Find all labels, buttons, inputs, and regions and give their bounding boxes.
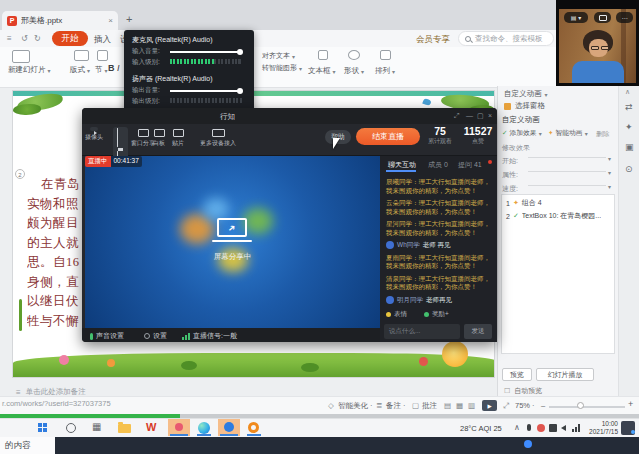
more-button[interactable]: ⋯ — [616, 12, 633, 23]
align-text-button[interactable]: 对齐文本▾ — [262, 51, 295, 61]
smart-graphic-button[interactable]: 转智能图形▾ — [262, 63, 302, 73]
tray-app-dark-icon[interactable] — [549, 424, 557, 432]
zoom-out-icon[interactable]: – — [541, 401, 545, 410]
notes-toggle-button[interactable]: 备注 · — [386, 401, 406, 411]
select-pane-button[interactable]: 选择窗格 — [504, 101, 545, 111]
animation-list-item[interactable]: 2 ✓ TextBox 10: 在青岛樱园... — [502, 208, 614, 221]
delete-button[interactable]: 删除 — [596, 129, 610, 139]
view-reading-icon[interactable]: ▥ — [468, 401, 475, 410]
italic-button[interactable]: I — [117, 63, 120, 73]
sound-settings-button[interactable]: 声音设置 — [90, 331, 124, 341]
settings-button[interactable]: 设置 — [144, 331, 167, 341]
slideshow-play-button[interactable]: ▶ — [482, 400, 497, 411]
volume-icon[interactable] — [561, 425, 566, 431]
animation-list[interactable]: 1 ✦ 组合 4 2 ✓ TextBox 10: 在青岛樱园... — [501, 194, 615, 354]
emoji-button[interactable]: 表情 — [386, 310, 407, 319]
tab-members[interactable]: 成员 0 — [428, 160, 448, 170]
window-share-button[interactable]: 窗口分享 — [131, 129, 155, 148]
bold-button[interactable]: B — [108, 63, 115, 73]
file-explorer-icon[interactable] — [118, 424, 131, 433]
stream-app-icon[interactable] — [224, 422, 234, 432]
tab-member[interactable]: 会员专享 — [416, 34, 450, 46]
chat-message-list[interactable]: 晨曦同学：理工大行知直播间老师，我来围观你的精彩，为你点赞！ 云朵同学：理工大行… — [380, 174, 497, 306]
more-devices-button[interactable]: 更多设备接入 — [200, 129, 236, 148]
switch-icon[interactable]: ⇄ — [625, 102, 633, 112]
dialog-titlebar[interactable] — [82, 108, 497, 124]
edge-browser-icon[interactable] — [198, 422, 210, 434]
player-button[interactable] — [524, 440, 532, 448]
popout-icon[interactable]: ⤢ — [454, 112, 460, 120]
start-button[interactable] — [38, 423, 47, 432]
field-property-dropdown[interactable] — [528, 162, 606, 172]
close-icon[interactable]: × — [488, 112, 492, 119]
zoom-in-icon[interactable]: + — [628, 399, 633, 409]
menu-icon[interactable]: ≡ — [7, 34, 12, 43]
slideshow-play-button-pane[interactable]: 幻灯片播放 — [536, 368, 594, 381]
send-button[interactable]: 发送 — [464, 324, 492, 339]
tray-expand-icon[interactable]: ∧ — [514, 423, 520, 432]
taskbar-clock[interactable]: 10:00 2021/7/15 — [584, 420, 618, 436]
preview-button[interactable]: 预览 — [502, 368, 532, 381]
effects-icon[interactable]: ✦ — [625, 122, 633, 132]
task-view-icon[interactable]: ▦ — [92, 421, 101, 432]
document-tab[interactable]: P 邢美格.pptx × — [2, 11, 118, 30]
chat-input[interactable]: 说点什么... — [384, 324, 460, 339]
tab-home[interactable]: 开始 — [52, 31, 88, 46]
tab-questions[interactable]: 提问 41 — [458, 160, 482, 170]
command-search-box[interactable]: 查找命令、搜索模板 — [458, 31, 554, 46]
fit-icon[interactable]: ⤢ — [503, 401, 509, 411]
cast-button[interactable] — [594, 12, 611, 23]
view-sorter-icon[interactable]: ▦ — [456, 401, 463, 410]
field-start-dropdown[interactable] — [528, 148, 606, 158]
media-clip-button[interactable]: 贴片 — [172, 129, 184, 148]
undo-icon[interactable]: ↺ — [21, 34, 28, 43]
speaker-volume-slider[interactable] — [170, 90, 242, 92]
smart-beautify-button[interactable]: 智能美化 · — [338, 401, 373, 411]
minimize-icon[interactable]: — — [466, 112, 473, 119]
cortana-icon[interactable] — [66, 423, 76, 433]
live-badge: 直播中00:41:37 — [85, 156, 380, 167]
camera-button[interactable]: 摄像头 — [85, 127, 103, 142]
shapes-button[interactable]: 形状▾ — [344, 66, 364, 76]
layout-button[interactable]: ▤▾ — [564, 12, 588, 23]
animation-list-item[interactable]: 1 ✦ 组合 4 — [502, 195, 614, 208]
whiteboard-button[interactable]: 白板 — [153, 129, 165, 148]
layers-icon[interactable]: ▣ — [625, 142, 634, 152]
tab-insert[interactable]: 插入 — [94, 34, 111, 46]
end-live-button[interactable]: 结束直播 — [356, 128, 420, 145]
add-effect-button[interactable]: ✓ 添加效果▾ — [502, 128, 542, 138]
text-box-button[interactable]: 文本框▾ — [308, 66, 336, 76]
zoom-slider[interactable] — [549, 406, 625, 408]
new-slide-button[interactable]: 新建幻灯片▾ — [8, 65, 51, 75]
browser-360-icon[interactable] — [248, 422, 259, 433]
mic-volume-slider[interactable] — [170, 51, 242, 53]
tray-mic-icon[interactable] — [527, 424, 531, 431]
redo-icon[interactable]: ↻ — [34, 34, 41, 43]
mic-volume-knob[interactable] — [237, 49, 243, 55]
pane-title-dropdown[interactable]: 自定义动画▾ — [504, 89, 548, 99]
comments-button[interactable]: 批注 — [422, 401, 437, 411]
view-normal-icon[interactable]: ▤ — [444, 401, 451, 410]
maximize-icon[interactable]: ▢ — [477, 112, 484, 120]
reward-button[interactable]: 奖励+ — [424, 310, 449, 319]
weather-widget[interactable]: 28°C AQI 25 — [460, 424, 502, 433]
field-speed-dropdown[interactable] — [528, 176, 606, 186]
zoom-slider-knob[interactable] — [577, 402, 584, 409]
smart-animation-button[interactable]: ✦ 智能动画▾ — [548, 128, 588, 138]
close-tab-icon[interactable]: × — [108, 16, 113, 25]
speaker-volume-knob[interactable] — [237, 88, 243, 94]
stat-viewers: 75累计观看 — [422, 126, 458, 146]
help-circle-icon[interactable]: ⊙ — [625, 164, 633, 174]
meeting-app-icon[interactable] — [175, 423, 183, 431]
layout-button[interactable]: 版式▾ — [70, 65, 90, 75]
scroll-up-icon[interactable]: ∧ — [625, 88, 630, 96]
arrange-button[interactable]: 排列▾ — [375, 66, 395, 76]
section-button[interactable]: 节▾ — [95, 65, 108, 75]
tray-app-icon[interactable] — [537, 424, 545, 432]
zoom-level[interactable]: 75% · — [515, 401, 535, 410]
auto-preview-checkbox[interactable]: ☐ 自动预览 — [504, 386, 542, 396]
wps-taskbar-icon[interactable]: W — [146, 422, 156, 433]
new-tab-button[interactable]: + — [126, 13, 132, 25]
tab-chat[interactable]: 聊天互动 — [388, 160, 416, 170]
network-icon[interactable] — [572, 424, 580, 432]
